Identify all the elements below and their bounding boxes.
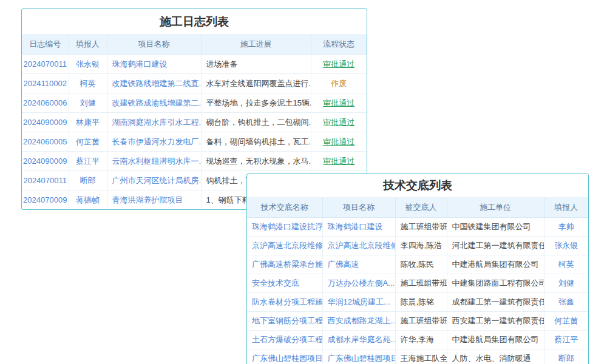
log-id-link[interactable]: 2024070011 xyxy=(22,55,69,74)
log-reporter-link[interactable]: 蔡江平 xyxy=(69,152,107,171)
disclosure-project-link[interactable]: 珠海鹤港口建设 xyxy=(322,218,395,237)
col-header-reporter: 填报人 xyxy=(69,34,107,55)
col-header-project: 项目名称 xyxy=(322,197,395,218)
tech-disclosure-table: 技术交底名称 项目名称 被交底人 施工单位 填报人 珠海鹤港口建设抗浮... 珠… xyxy=(247,197,588,364)
disclosure-name-link[interactable]: 广佛高速桥梁承台施... xyxy=(247,255,322,274)
log-reporter-link[interactable]: 何芷茵 xyxy=(69,132,107,152)
disclosure-project-link[interactable]: 广佛高速 xyxy=(322,255,395,274)
log-progress-cell: 水车对全线遮阳网覆盖点进行... xyxy=(201,74,311,93)
log-status-link[interactable]: 审批通过 xyxy=(311,113,367,132)
col-header-receiver: 被交底人 xyxy=(395,197,447,218)
log-reporter-link[interactable]: 林康平 xyxy=(69,113,107,132)
log-reporter-link[interactable]: 刘健 xyxy=(69,93,107,113)
disclosure-name-link[interactable]: 珠海鹤港口建设抗浮... xyxy=(247,218,322,237)
disclosure-project-link[interactable]: 华润12城房建工... xyxy=(322,293,395,312)
log-status-link[interactable]: 作废 xyxy=(311,74,367,93)
log-project-link[interactable]: 长春市伊通河水力发电厂... xyxy=(107,132,201,152)
disclosure-reporter-link[interactable]: 刘健 xyxy=(544,274,588,293)
disclosure-project-link[interactable]: 万达办公楼左侧A... xyxy=(322,274,395,293)
log-id-link[interactable]: 2024070011 xyxy=(22,171,69,190)
table-row: 2024060005 何芷茵 长春市伊通河水力发电厂... 备料，砌间墙钩机排土… xyxy=(22,132,367,152)
log-progress-cell: 平整场地，拉走多余泥土15辆... xyxy=(201,93,311,113)
log-status-link[interactable]: 审批通过 xyxy=(311,152,367,171)
disclosure-reporter-link[interactable]: 柯英 xyxy=(544,255,588,274)
col-header-unit: 施工单位 xyxy=(447,197,544,218)
table-header-row: 日志编号 填报人 项目名称 施工进展 流程状态 xyxy=(22,34,367,55)
log-reporter-link[interactable]: 蒋德帧 xyxy=(69,190,107,210)
disclosure-unit-cell: 中建集团路面工程有限公司 xyxy=(447,274,544,293)
log-id-link[interactable]: 2024060006 xyxy=(22,93,69,113)
col-header-disclosure-name: 技术交底名称 xyxy=(247,197,322,218)
disclosure-name-link[interactable]: 土石方爆破分项工程... xyxy=(247,331,322,349)
col-header-project: 项目名称 xyxy=(107,34,201,55)
table-row: 2024090009 林康平 湖南洞庭湖水库引水工程... 砌台阶，钩机排土，二… xyxy=(22,113,367,132)
disclosure-unit-cell: 中国铁建集团有限公司 xyxy=(447,218,544,237)
table-row: 2024090009 蔡江平 云南水利枢纽潜明水库一... 现场巡查，无积水现象… xyxy=(22,152,367,171)
log-project-link[interactable]: 改建铁路成渝线增建第二... xyxy=(107,93,201,113)
log-project-link[interactable]: 改建铁路线增建第二线直... xyxy=(107,74,201,93)
disclosure-receiver-cell: 李四海,陈浩 xyxy=(395,237,447,255)
disclosure-unit-cell: 西安建工第一建筑有限责任公司 xyxy=(447,312,544,331)
log-id-link[interactable]: 2024060005 xyxy=(22,132,69,152)
disclosure-project-link[interactable]: 京沪高速北京段维修 xyxy=(322,237,395,255)
log-project-link[interactable]: 湖南洞庭湖水库引水工程... xyxy=(107,113,201,132)
disclosure-project-link[interactable]: 成都水岸华庭名苑... xyxy=(322,331,395,349)
table-row: 2024060006 刘健 改建铁路成渝线增建第二... 平整场地，拉走多余泥土… xyxy=(22,93,367,113)
col-header-status: 流程状态 xyxy=(311,34,367,55)
log-progress-cell: 备料，砌间墙钩机排土，瓦工... xyxy=(201,132,311,152)
disclosure-reporter-link[interactable]: 张鑫 xyxy=(544,293,588,312)
log-status-link[interactable]: 审批通过 xyxy=(311,132,367,152)
log-project-link[interactable]: 云南水利枢纽潜明水库一... xyxy=(107,152,201,171)
disclosure-receiver-cell: 施工班组带班... xyxy=(395,274,447,293)
disclosure-project-link[interactable]: 广东佛山碧桂园项目 xyxy=(322,349,395,364)
table-row: 珠海鹤港口建设抗浮... 珠海鹤港口建设 施工班组带班... 中国铁建集团有限公… xyxy=(247,218,588,237)
log-reporter-link[interactable]: 断郎 xyxy=(69,171,107,190)
disclosure-reporter-link[interactable]: 蔡江平 xyxy=(544,331,588,349)
disclosure-reporter-link[interactable]: 何芷茵 xyxy=(544,312,588,331)
log-status-link[interactable]: 审批通过 xyxy=(311,55,367,74)
disclosure-project-link[interactable]: 西安成都路龙湖上... xyxy=(322,312,395,331)
log-id-link[interactable]: 2024090009 xyxy=(22,152,69,171)
disclosure-reporter-link[interactable]: 张永银 xyxy=(544,237,588,255)
disclosure-name-link[interactable]: 广东佛山碧桂园项目... xyxy=(247,349,322,364)
table-row: 防水卷材分项工程施... 华润12城房建工... 陈晨,陈铭 成都建工第一建筑有… xyxy=(247,293,588,312)
log-id-link[interactable]: 2024090009 xyxy=(22,113,69,132)
col-header-progress: 施工进展 xyxy=(201,34,311,55)
disclosure-unit-cell: 中建港航局集团有限公司 xyxy=(447,331,544,349)
table-row: 广佛高速桥梁承台施... 广佛高速 陈牧,陈民 中建港航局集团有限公司 柯英 xyxy=(247,255,588,274)
disclosure-receiver-cell: 陈晨,陈铭 xyxy=(395,293,447,312)
log-status-link[interactable]: 审批通过 xyxy=(311,93,367,113)
tech-disclosure-title: 技术交底列表 xyxy=(247,174,588,197)
disclosure-receiver-cell: 许华,李海 xyxy=(395,331,447,349)
table-row: 土石方爆破分项工程... 成都水岸华庭名苑... 许华,李海 中建港航局集团有限… xyxy=(247,331,588,349)
disclosure-reporter-link[interactable]: 断郎 xyxy=(544,349,588,364)
disclosure-reporter-link[interactable]: 李帅 xyxy=(544,218,588,237)
table-row: 地下室钢筋分项工程... 西安成都路龙湖上... 施工班组带班... 西安建工第… xyxy=(247,312,588,331)
col-header-reporter: 填报人 xyxy=(544,197,588,218)
log-progress-cell: 砌台阶，钩机排土，二包砌间... xyxy=(201,113,311,132)
disclosure-name-link[interactable]: 地下室钢筋分项工程... xyxy=(247,312,322,331)
disclosure-unit-cell: 河北建工第一建筑有限责任公司 xyxy=(447,237,544,255)
log-project-link[interactable]: 珠海鹤港口建设 xyxy=(107,55,201,74)
col-header-log-id: 日志编号 xyxy=(22,34,69,55)
log-reporter-link[interactable]: 柯英 xyxy=(69,74,107,93)
construction-log-title: 施工日志列表 xyxy=(22,9,367,34)
log-progress-cell: 进场准备 xyxy=(201,55,311,74)
log-reporter-link[interactable]: 张永银 xyxy=(69,55,107,74)
tech-disclosure-panel: 技术交底列表 技术交底名称 项目名称 被交底人 施工单位 填报人 珠海鹤港口建设… xyxy=(246,174,589,364)
disclosure-unit-cell: 成都建工第一建筑有限责任公司 xyxy=(447,293,544,312)
disclosure-receiver-cell: 施工班组带班... xyxy=(395,218,447,237)
disclosure-receiver-cell: 王海施工队全队 xyxy=(395,349,447,364)
log-project-link[interactable]: 青海洪湖养护院项目 xyxy=(107,190,201,210)
table-row: 2024070011 张永银 珠海鹤港口建设 进场准备 审批通过 xyxy=(22,55,367,74)
disclosure-name-link[interactable]: 京沪高速北京段维修... xyxy=(247,237,322,255)
table-row: 2024110002 柯英 改建铁路线增建第二线直... 水车对全线遮阳网覆盖点… xyxy=(22,74,367,93)
log-id-link[interactable]: 2024110002 xyxy=(22,74,69,93)
log-progress-cell: 现场巡查，无积水现象，水马... xyxy=(201,152,311,171)
log-project-link[interactable]: 广州市天河区统计局机房... xyxy=(107,171,201,190)
disclosure-receiver-cell: 陈牧,陈民 xyxy=(395,255,447,274)
table-row: 京沪高速北京段维修... 京沪高速北京段维修 李四海,陈浩 河北建工第一建筑有限… xyxy=(247,237,588,255)
disclosure-name-link[interactable]: 安全技术交底 xyxy=(247,274,322,293)
log-id-link[interactable]: 2024070009 xyxy=(22,190,69,210)
disclosure-name-link[interactable]: 防水卷材分项工程施... xyxy=(247,293,322,312)
